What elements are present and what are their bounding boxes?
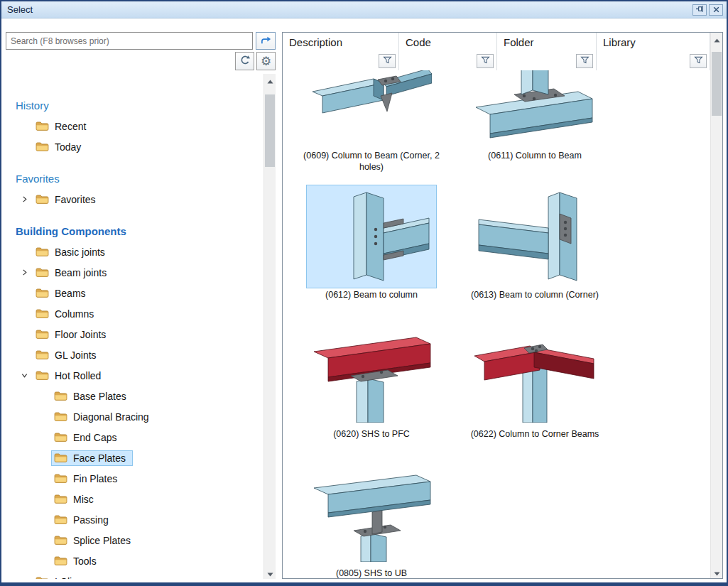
tree-item-label: Misc: [73, 494, 94, 505]
component-item[interactable]: (0805) SHS to UB: [290, 463, 453, 578]
tree-item-tools[interactable]: Tools: [6, 550, 264, 571]
component-thumbnail[interactable]: [469, 185, 600, 288]
results-scroll-up-button[interactable]: [711, 33, 722, 45]
settings-button[interactable]: ⚙: [256, 52, 276, 70]
column-header-description[interactable]: Description: [283, 33, 399, 70]
tree-item-chip: Recent: [33, 119, 93, 134]
component-item[interactable]: (0612) Beam to column: [290, 185, 453, 324]
tree-item-label: Tools: [73, 555, 97, 567]
pin-button[interactable]: [692, 4, 707, 16]
refresh-icon: [239, 55, 251, 68]
filter-button-code[interactable]: [477, 54, 494, 68]
component-thumbnail[interactable]: [469, 70, 600, 149]
tree-item-splice-plates[interactable]: Splice Plates: [6, 530, 264, 550]
results-scrollbar[interactable]: [710, 33, 722, 578]
tree-item-chip: Favorites: [33, 192, 103, 207]
results-scroll-track[interactable]: [711, 45, 722, 566]
tree-item-chip: Tools: [51, 553, 104, 569]
funnel-icon: [580, 55, 590, 66]
folder-icon: [54, 391, 68, 401]
tree-item-basic-joints[interactable]: Basic joints: [6, 242, 264, 262]
tree-item-recent[interactable]: Recent: [6, 116, 264, 136]
refresh-button[interactable]: [235, 52, 254, 70]
tree-item-favorites[interactable]: Favorites: [6, 189, 264, 210]
folder-icon: [36, 349, 50, 360]
column-header-label: Description: [283, 33, 398, 51]
component-caption: (0611) Column to Beam: [488, 151, 582, 162]
tree-item-end-caps[interactable]: End Caps: [6, 427, 264, 447]
tree-item-passing[interactable]: Passing: [6, 509, 264, 530]
tree-item-label: GL Joints: [55, 349, 97, 361]
tree-scrollbar[interactable]: [264, 74, 276, 579]
filter-button-folder[interactable]: [576, 54, 593, 68]
component-thumbnail[interactable]: [306, 185, 437, 288]
tree-item-label: Diagonal Bracing: [73, 411, 149, 423]
tree-item-chip: Beam joints: [33, 265, 114, 281]
tree-item-beams[interactable]: Beams: [6, 283, 264, 303]
chevron-right-icon[interactable]: [16, 268, 33, 276]
tree-scroll-track[interactable]: [264, 86, 276, 567]
column-header-library[interactable]: Library: [597, 33, 710, 70]
component-caption: (0622) Column to Corner Beams: [471, 429, 599, 440]
tree-item-chip: Splice Plates: [51, 533, 138, 548]
filter-button-description[interactable]: [379, 54, 396, 68]
component-caption: (0612) Beam to column: [325, 290, 418, 301]
tree-item-floor-joints[interactable]: Floor Joints: [6, 324, 264, 344]
folder-icon: [36, 267, 50, 278]
tree-item-gl-joints[interactable]: GL Joints: [6, 344, 264, 365]
filter-row: [399, 51, 496, 70]
dialog-content: ⚙ HistoryRecentTodayFavoritesFavoritesBu…: [1, 18, 727, 582]
tree-item-fin-plates[interactable]: Fin Plates: [6, 468, 264, 489]
tree-item-hot-rolled[interactable]: Hot Rolled: [6, 365, 264, 386]
component-item[interactable]: (0611) Column to Beam: [453, 70, 616, 185]
tree-section-favorites[interactable]: Favorites: [6, 168, 264, 189]
tree-scroll-up-button[interactable]: [264, 74, 276, 86]
left-panel: ⚙ HistoryRecentTodayFavoritesFavoritesBu…: [6, 32, 276, 579]
tree-section-building-components[interactable]: Building Components: [6, 221, 264, 242]
component-thumbnail[interactable]: [306, 463, 437, 567]
component-thumbnail[interactable]: [469, 324, 600, 428]
component-thumbnail[interactable]: [306, 324, 437, 428]
filter-button-library[interactable]: [690, 54, 707, 68]
search-go-button[interactable]: [256, 32, 276, 50]
column-header-code[interactable]: Code: [399, 33, 497, 70]
tree-item-face-plates[interactable]: Face Plates: [6, 447, 264, 468]
component-item[interactable]: (0609) Column to Beam (Corner, 2 holes): [290, 70, 453, 185]
tree-scroll-thumb[interactable]: [265, 94, 275, 167]
tree-scroll-down-button[interactable]: [264, 567, 276, 579]
folder-icon: [36, 194, 50, 205]
component-item[interactable]: (0620) SHS to PFC: [290, 324, 453, 463]
search-input[interactable]: [6, 32, 253, 50]
column-header-folder[interactable]: Folder: [497, 33, 597, 70]
component-item[interactable]: (0613) Beam to column (Corner): [453, 185, 616, 324]
results-viewport: (0609) Column to Beam (Corner, 2 holes)(…: [283, 70, 710, 578]
tree-item-columns[interactable]: Columns: [6, 303, 264, 324]
close-icon: [713, 4, 719, 15]
tree-item-label: Floor Joints: [55, 329, 106, 340]
tree-item-beam-joints[interactable]: Beam joints: [6, 262, 264, 283]
tree-item-misc[interactable]: Misc: [6, 489, 264, 509]
component-thumbnail[interactable]: [306, 70, 437, 149]
tree-item-label: Today: [55, 141, 81, 153]
filter-row: [597, 51, 710, 70]
chevron-right-icon[interactable]: [16, 195, 33, 203]
tree-item-base-plates[interactable]: Base Plates: [6, 386, 264, 406]
tree-item-label: Columns: [55, 308, 94, 320]
triangle-up-icon: [714, 33, 720, 45]
tree-item-chip: Floor Joints: [33, 327, 113, 342]
tree-item-i-clips[interactable]: I Clips: [6, 571, 264, 579]
tree-section-history[interactable]: History: [6, 95, 264, 116]
results-scroll-down-button[interactable]: [711, 566, 722, 578]
results-panel: DescriptionCodeFolderLibrary (0609) Colu…: [282, 32, 723, 579]
tree-item-diagonal-bracing[interactable]: Diagonal Bracing: [6, 406, 264, 427]
tree-item-chip: GL Joints: [33, 347, 104, 363]
results-scroll-thumb[interactable]: [712, 52, 722, 116]
folder-icon: [54, 473, 68, 484]
results-list: DescriptionCodeFolderLibrary (0609) Colu…: [283, 33, 710, 578]
close-button[interactable]: [709, 4, 723, 16]
tree-item-today[interactable]: Today: [6, 136, 264, 157]
tree-item-chip: Hot Rolled: [33, 368, 108, 384]
chevron-down-icon[interactable]: [16, 372, 33, 379]
component-item[interactable]: (0622) Column to Corner Beams: [453, 324, 616, 463]
tree-item-label: Base Plates: [73, 391, 126, 402]
